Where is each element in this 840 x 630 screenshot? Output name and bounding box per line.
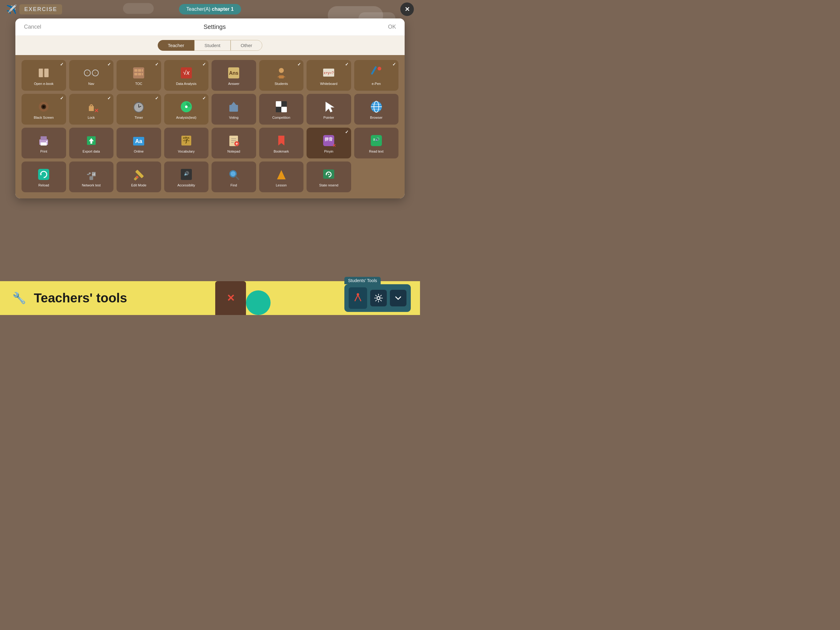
label-answer: Answer bbox=[228, 82, 240, 86]
svg-text:x+y=?: x+y=? bbox=[324, 71, 334, 75]
find-icon bbox=[226, 167, 241, 182]
label-lesson: Lesson bbox=[276, 183, 287, 187]
tabs-row: Teacher Student Other bbox=[15, 36, 405, 55]
grid-item-browser[interactable]: Browser bbox=[354, 94, 399, 125]
svg-point-76 bbox=[231, 171, 235, 176]
ebook-icon bbox=[36, 65, 51, 80]
grid-item-export-data[interactable]: Export data bbox=[69, 128, 114, 158]
grid-item-print[interactable]: Print bbox=[22, 128, 66, 158]
grid-item-pinyin[interactable]: ✓ 拼音 ✕ Pinyin bbox=[306, 128, 351, 158]
grid-item-online[interactable]: Aa Online bbox=[117, 128, 161, 158]
label-analysis-test: Analysis(test) bbox=[176, 116, 196, 120]
label-data-analysis: Data Analysis bbox=[176, 82, 196, 86]
svg-rect-4 bbox=[134, 69, 137, 72]
svg-rect-15 bbox=[279, 75, 284, 78]
svg-rect-27 bbox=[137, 102, 140, 103]
grid-item-timer[interactable]: ✓ Timer bbox=[117, 94, 161, 125]
grid-item-state-resend[interactable]: State resend bbox=[306, 161, 351, 192]
check-lock: ✓ bbox=[107, 96, 111, 101]
grid-item-voting[interactable]: Voting bbox=[212, 94, 256, 125]
grid-item-reload[interactable]: Reload bbox=[22, 161, 66, 192]
close-button[interactable]: ✕ bbox=[400, 2, 414, 16]
grid-item-nav[interactable]: ✓ ‹ › Nav bbox=[69, 60, 114, 91]
grid-item-lesson[interactable]: Lesson bbox=[259, 161, 304, 192]
tab-other[interactable]: Other bbox=[231, 40, 262, 51]
svg-rect-31 bbox=[276, 101, 281, 107]
svg-rect-66 bbox=[89, 173, 91, 174]
grid-item-data-analysis[interactable]: ✓ √x Data Analysis bbox=[164, 60, 209, 91]
label-nav: Nav bbox=[88, 82, 95, 86]
check-black-screen: ✓ bbox=[60, 96, 64, 101]
nav-right-arrow: › bbox=[92, 70, 99, 76]
grid-item-network-test[interactable]: Network test bbox=[69, 161, 114, 192]
svg-marker-78 bbox=[277, 170, 286, 179]
teacher-label: Teacher(A) bbox=[186, 6, 212, 12]
grid-item-e-pen[interactable]: ✓ e-Pen bbox=[354, 60, 399, 91]
svg-point-83 bbox=[377, 296, 380, 300]
svg-rect-70 bbox=[134, 175, 139, 180]
dialog-title: Settings bbox=[204, 24, 226, 30]
svg-text:字: 字 bbox=[183, 136, 190, 144]
grid-item-answer[interactable]: Ans Answer bbox=[212, 60, 256, 91]
analysis-test-icon bbox=[179, 99, 194, 114]
pointer-icon bbox=[321, 99, 336, 114]
browser-icon bbox=[369, 99, 384, 114]
label-print: Print bbox=[40, 149, 47, 154]
svg-rect-1 bbox=[44, 69, 49, 77]
state-resend-icon bbox=[321, 167, 336, 182]
pen-tool-btn[interactable] bbox=[349, 287, 367, 309]
check-timer: ✓ bbox=[155, 96, 159, 101]
tab-teacher[interactable]: Teacher bbox=[158, 40, 194, 51]
bottom-bar: 🔧 Teachers' tools ✕ Students' Tools bbox=[0, 281, 420, 315]
grid-item-pointer[interactable]: Pointer bbox=[306, 94, 351, 125]
grid-item-black-screen[interactable]: ✓ Black Screen bbox=[22, 94, 66, 125]
grid-item-toc[interactable]: ✓ TOC bbox=[117, 60, 161, 91]
grid-item-competition[interactable]: Competition bbox=[259, 94, 304, 125]
grid-item-lock[interactable]: ✓ ✕ Lock bbox=[69, 94, 114, 125]
svg-line-77 bbox=[235, 176, 238, 179]
read-text-icon: a🔊 bbox=[369, 133, 384, 148]
check-toc: ✓ bbox=[155, 62, 159, 67]
grid-item-find[interactable]: Find bbox=[212, 161, 256, 192]
svg-rect-43 bbox=[41, 142, 47, 146]
grid-item-vocabulary[interactable]: 字 Vocabulary bbox=[164, 128, 209, 158]
check-open-ebook: ✓ bbox=[60, 62, 64, 67]
grid-item-notepad[interactable]: + Notepad bbox=[212, 128, 256, 158]
grid-item-bookmark[interactable]: Bookmark bbox=[259, 128, 304, 158]
overlay-x-icon: ✕ bbox=[227, 292, 235, 304]
toc-icon bbox=[131, 65, 146, 80]
pinyin-icon: 拼音 ✕ bbox=[321, 133, 336, 148]
grid-item-read-text[interactable]: a🔊 Read text bbox=[354, 128, 399, 158]
cancel-button[interactable]: Cancel bbox=[24, 24, 41, 30]
label-students: Students bbox=[275, 82, 288, 86]
network-test-icon bbox=[84, 167, 99, 182]
grid-item-students[interactable]: ✓ Students bbox=[259, 60, 304, 91]
check-pinyin: ✓ bbox=[345, 130, 349, 135]
label-voting: Voting bbox=[229, 116, 238, 120]
grid-item-analysis-test[interactable]: ✓ Analysis(test) bbox=[164, 94, 209, 125]
tab-student[interactable]: Student bbox=[194, 40, 231, 51]
students-tools-panel: Students' Tools bbox=[344, 284, 411, 312]
label-notepad: Notepad bbox=[227, 149, 240, 154]
svg-point-82 bbox=[357, 293, 359, 296]
label-e-pen: e-Pen bbox=[372, 82, 381, 86]
grid-item-whiteboard[interactable]: ✓ x+y=? Whiteboard bbox=[306, 60, 351, 91]
accessibility-icon: 🔊 bbox=[179, 167, 194, 182]
data-analysis-icon: √x bbox=[179, 65, 194, 80]
svg-point-19 bbox=[377, 67, 381, 70]
svg-point-81 bbox=[328, 174, 329, 175]
grid-item-edit-mode[interactable]: Edit Mode bbox=[117, 161, 161, 192]
pinyin-x: ✕ bbox=[332, 143, 336, 148]
chevron-down-btn[interactable] bbox=[390, 290, 406, 306]
check-analysis-test: ✓ bbox=[202, 96, 206, 101]
gear-tool-btn[interactable] bbox=[370, 290, 387, 306]
grid-item-open-ebook[interactable]: ✓ Open e-book bbox=[22, 60, 66, 91]
dialog-content: ✓ Open e-book ✓ ‹ › Nav ✓ bbox=[15, 55, 405, 198]
notepad-icon: + bbox=[226, 133, 241, 148]
ok-button[interactable]: OK bbox=[388, 24, 396, 30]
grid-item-accessibility[interactable]: 🔊 Accessiblity bbox=[164, 161, 209, 192]
svg-rect-65 bbox=[87, 174, 90, 175]
svg-rect-18 bbox=[371, 66, 377, 75]
label-competition: Competition bbox=[272, 116, 290, 120]
svg-rect-47 bbox=[90, 141, 92, 144]
